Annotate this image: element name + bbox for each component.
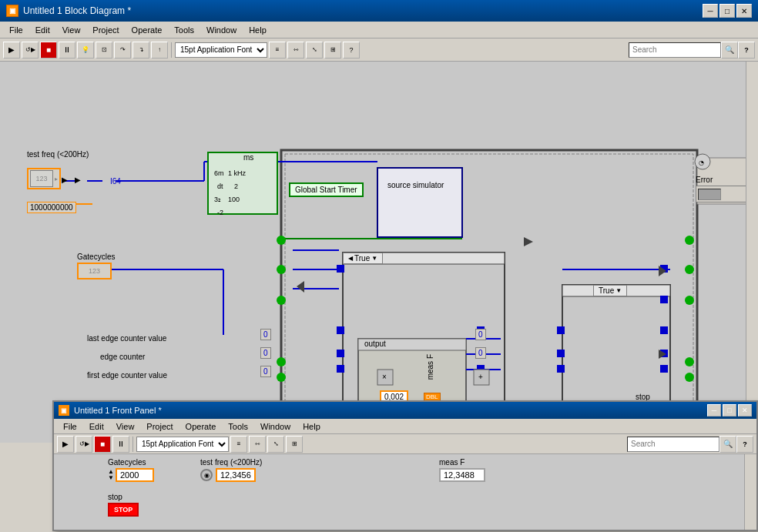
context-help-button[interactable]: ? — [343, 42, 360, 59]
menu-tools[interactable]: Tools — [168, 24, 200, 36]
const-0-4: 0 — [475, 329, 486, 340]
minus2-label: -2 — [217, 209, 223, 216]
reorder-button[interactable]: ⊞ — [324, 42, 341, 59]
menu-bar: File Edit View Project Operate Tools Win… — [0, 22, 758, 38]
fp-test-freq-value[interactable]: 12,3456 — [216, 468, 256, 482]
fp-distribute-button[interactable]: ⇿ — [249, 436, 266, 453]
fp-font-select[interactable]: 15pt Application Font — [136, 437, 229, 452]
fp-maximize-button[interactable]: □ — [723, 404, 736, 417]
fp-test-freq-control: test freq (<200Hz) ◉ 12,3456 — [200, 458, 262, 482]
first-edge-label: first edge counter value — [87, 371, 167, 380]
fp-search-input[interactable] — [627, 437, 719, 452]
true-selector-2[interactable]: True ▼ — [593, 285, 627, 296]
help-button[interactable]: ? — [738, 42, 755, 59]
fp-pause-button[interactable]: ⏸ — [112, 436, 129, 453]
fp-align-button[interactable]: ≡ — [230, 436, 247, 453]
menu-view[interactable]: View — [56, 24, 87, 36]
font-select[interactable]: 15pt Application Font — [175, 42, 267, 58]
svg-point-32 — [685, 265, 694, 274]
svg-rect-53 — [557, 350, 565, 357]
fp-search-button[interactable]: 🔍 — [719, 436, 736, 453]
svg-point-38 — [277, 357, 286, 366]
fp-scrollbar[interactable] — [744, 454, 756, 530]
fp-minimize-button[interactable]: ─ — [707, 404, 721, 417]
svg-point-30 — [277, 236, 286, 245]
fp-menu-operate[interactable]: Operate — [179, 420, 223, 433]
retain-wire-button[interactable]: ⊡ — [96, 42, 112, 59]
fp-menu-window[interactable]: Window — [254, 420, 297, 433]
svg-point-39 — [277, 373, 286, 382]
fp-menu-help[interactable]: Help — [297, 420, 327, 433]
svg-rect-42 — [660, 326, 668, 334]
true-selector-1[interactable]: ◀ True ▼ — [343, 253, 383, 264]
fp-app-icon: ▣ — [59, 405, 69, 416]
svg-text:+: + — [478, 373, 483, 381]
svg-point-65 — [695, 154, 710, 169]
step-into-button[interactable]: ↴ — [132, 42, 149, 59]
minimize-button[interactable]: ─ — [703, 4, 718, 18]
highlight-button[interactable]: 💡 — [77, 42, 94, 59]
fp-stop-button[interactable]: STOP — [108, 503, 139, 517]
maximize-button[interactable]: □ — [719, 4, 735, 18]
step-out-button[interactable]: ↑ — [151, 42, 168, 59]
output-label: output — [364, 340, 386, 348]
fp-gatecycles-value[interactable]: 2000 — [116, 468, 154, 482]
abort-button[interactable]: ■ — [40, 42, 57, 59]
i64-label: I64 — [110, 177, 121, 186]
global-start-timer[interactable]: Global Start Timer — [289, 182, 364, 197]
distribute-button[interactable]: ⇿ — [287, 42, 304, 59]
scrollbar[interactable] — [746, 62, 758, 443]
run-arrow-button[interactable]: ▶ — [3, 42, 20, 59]
error-display: Error — [696, 176, 751, 202]
gatecycles-control[interactable]: 123 — [77, 263, 112, 279]
fp-gatecycles-control: Gatecycles ▲ ▼ 2000 — [108, 458, 154, 482]
run-arrow-indicator: ▶ — [62, 176, 68, 184]
svg-text:×: × — [382, 373, 387, 381]
khz-label: 1 kHz — [228, 169, 246, 177]
source-simulator-label: source simulator — [387, 181, 444, 189]
fp-abort-button[interactable]: ■ — [94, 436, 111, 453]
fp-menu-project[interactable]: Project — [140, 420, 179, 433]
fp-run-button[interactable]: ▶ — [57, 436, 74, 453]
svg-point-33 — [685, 296, 694, 305]
front-panel-window: ▣ Untitled 1 Front Panel * ─ □ ✕ File Ed… — [52, 400, 758, 531]
menu-edit[interactable]: Edit — [29, 24, 56, 36]
run-continuously-button[interactable]: ↺▶ — [22, 42, 39, 59]
menu-operate[interactable]: Operate — [126, 24, 169, 36]
fp-menu-tools[interactable]: Tools — [222, 420, 254, 433]
fp-meas-f-control: meas F 12,3488 — [439, 458, 485, 482]
svg-rect-59 — [377, 370, 393, 385]
hz32-label: 3₂ — [214, 196, 221, 203]
fp-help-button[interactable]: ? — [736, 436, 753, 453]
run-arrow-indicator2: ▶ — [75, 176, 81, 184]
fp-menu-file[interactable]: File — [57, 420, 83, 433]
fp-run-cont-button[interactable]: ↺▶ — [75, 436, 92, 453]
svg-rect-47 — [337, 350, 344, 357]
fp-resize-button[interactable]: ⤡ — [267, 436, 284, 453]
svg-rect-19 — [377, 168, 462, 237]
align-button[interactable]: ≡ — [269, 42, 286, 59]
fp-menu-edit[interactable]: Edit — [83, 420, 110, 433]
ms-label: ms — [243, 153, 253, 162]
fp-reorder-button[interactable]: ⊞ — [286, 436, 303, 453]
search-input[interactable] — [629, 42, 721, 58]
fp-menu-view[interactable]: View — [110, 420, 141, 433]
fp-test-freq-knob[interactable]: ◉ — [200, 469, 213, 481]
menu-project[interactable]: Project — [86, 24, 125, 36]
fp-gatecycles-arrows[interactable]: ▲ ▼ — [108, 469, 114, 481]
step-over-button[interactable]: ↷ — [114, 42, 131, 59]
pause-button[interactable]: ⏸ — [59, 42, 75, 59]
menu-help[interactable]: Help — [243, 24, 273, 36]
menu-file[interactable]: File — [3, 24, 29, 36]
test-freq-label: test freq (<200Hz) — [27, 150, 89, 159]
fp-gatecycles-label: Gatecycles — [108, 458, 154, 467]
resize-button[interactable]: ⤡ — [306, 42, 323, 59]
svg-rect-40 — [660, 265, 668, 273]
test-freq-control[interactable]: 123 ▸ — [27, 168, 61, 189]
search-submit-button[interactable]: 🔍 — [721, 42, 738, 59]
svg-point-63 — [227, 154, 243, 169]
close-button[interactable]: ✕ — [736, 4, 752, 18]
last-edge-label: last edge counter value — [87, 334, 166, 343]
fp-close-button[interactable]: ✕ — [738, 404, 752, 417]
menu-window[interactable]: Window — [200, 24, 243, 36]
